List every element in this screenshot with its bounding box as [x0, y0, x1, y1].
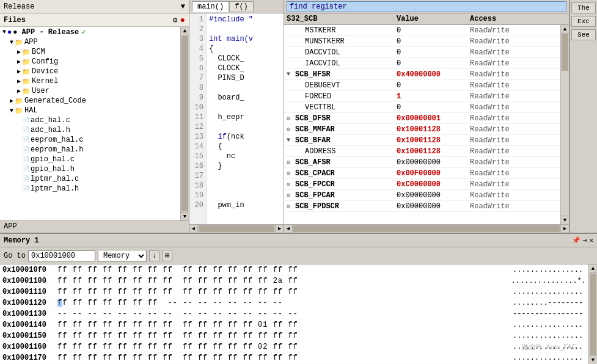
pin-icon[interactable]: 📌: [572, 236, 581, 244]
reg-row-daccviol[interactable]: DACCVIOL 0 ReadWrite: [284, 47, 560, 58]
release-header[interactable]: Release ▼: [0, 0, 189, 13]
reg-row-scb-fpccr[interactable]: ⊕ SCB_FPCCR 0xC0000000 ReadWrite: [284, 179, 560, 190]
expand-icon[interactable]: ⊕: [287, 159, 295, 166]
reg-access: ReadWrite: [470, 103, 558, 112]
tree-item-config[interactable]: ▶ 📁 Config: [0, 57, 180, 67]
reg-name: MSTKERR: [295, 26, 397, 35]
tree-item-gpio-c[interactable]: ▶ 📄 gpio_hal.c: [0, 155, 180, 164]
expand-icon[interactable]: ⊕: [287, 192, 295, 199]
mem-address: 0x10001140: [2, 321, 57, 329]
line-num: 13: [192, 132, 203, 142]
file-tree-scrollbar[interactable]: ▲ ▼: [180, 27, 189, 220]
reg-hscrollbar-left[interactable]: ◄: [284, 225, 293, 233]
tree-item-hal[interactable]: ▼ 📁 HAL: [0, 106, 180, 115]
scrollbar-thumb[interactable]: [181, 36, 188, 211]
expand-icon[interactable]: ⊕: [287, 181, 295, 188]
reg-row-scb-mmfar[interactable]: ⊕ SCB_MMFAR 0x10001128 ReadWrite: [284, 124, 560, 135]
move-icon[interactable]: ⇥: [583, 236, 587, 244]
reg-row-forced[interactable]: FORCED 1 ReadWrite: [284, 91, 560, 102]
tree-item-gpio-h[interactable]: ▶ 📄 gpio_hal.h: [0, 164, 180, 174]
expand-icon[interactable]: ⊕: [287, 115, 295, 122]
reg-row-vecttbl[interactable]: VECTTBL 0 ReadWrite: [284, 102, 560, 113]
tree-item-generated[interactable]: ▶ 📁 Generated_Code: [0, 96, 180, 106]
tree-item-app[interactable]: ▼ 📁 APP: [0, 37, 180, 47]
reg-row-debugevt[interactable]: DEBUGEVT 0 ReadWrite: [284, 80, 560, 91]
reg-access: ReadWrite: [470, 59, 558, 68]
memory-type-select[interactable]: Memory: [98, 250, 147, 262]
folder-icon: 📁: [15, 97, 23, 105]
tree-item-lptmr-c[interactable]: ▶ 📄 lptmr_hal.c: [0, 174, 180, 184]
memory-row: 0x10001150 ff ff ff ff ff ff ff ff ff ff…: [0, 330, 588, 341]
reg-scrollbar-thumb[interactable]: [562, 34, 568, 71]
reg-row-scb-fpcar[interactable]: ⊕ SCB_FPCAR 0x00000000 ReadWrite: [284, 190, 560, 201]
reg-row-scb-fpdscr[interactable]: ⊕ SCB_FPDSCR 0x00000000 ReadWrite: [284, 201, 560, 212]
register-search-input[interactable]: [287, 1, 566, 12]
gear-icon[interactable]: ⚙: [173, 15, 178, 25]
scrollbar-up-btn[interactable]: ▲: [181, 27, 189, 35]
tree-item-label: User: [32, 87, 49, 95]
tree-item-user[interactable]: ▶ 📁 User: [0, 86, 180, 96]
reg-row-scb-dfsr[interactable]: ⊕ SCB_DFSR 0x00000001 ReadWrite: [284, 113, 560, 124]
reg-row-scb-cpacr[interactable]: ⊕ SCB_CPACR 0x00F00000 ReadWrite: [284, 168, 560, 179]
code-content[interactable]: #include " int main(v { CLOCK_ CLOCK_ PI…: [207, 13, 284, 224]
reg-hscrollbar-thumb[interactable]: [293, 225, 560, 232]
tree-root-item[interactable]: ▼ ● ● APP - Release ✓: [0, 27, 180, 37]
memory-scrollbar[interactable]: ▲ ▼: [588, 264, 597, 364]
tree-item-eeprom-h[interactable]: ▶ 📄 eeprom_hal.h: [0, 145, 180, 155]
tree-item-lptmr-h[interactable]: ▶ 📄 lptmr_hal.h: [0, 184, 180, 194]
mem-scrollbar-up[interactable]: ▲: [589, 264, 597, 273]
reg-hscrollbar[interactable]: ◄ ►: [284, 224, 569, 233]
expand-icon[interactable]: ▼: [287, 71, 295, 78]
reg-row-scb-hfsr[interactable]: ▼ SCB_HFSR 0x40000000 ReadWrite: [284, 69, 560, 80]
reg-name: SCB_FPCAR: [295, 191, 397, 200]
dropdown-arrow-icon[interactable]: ▼: [181, 2, 185, 11]
far-right-btn-the[interactable]: The: [571, 2, 596, 13]
mem-scrollbar-down[interactable]: ▼: [589, 355, 597, 364]
far-right-btn-see[interactable]: See: [571, 29, 596, 40]
scrollbar-left-btn[interactable]: ◄: [189, 225, 198, 233]
tree-item-eeprom-c[interactable]: ▶ 📄 eeprom_hal.c: [0, 135, 180, 145]
tree-item-adc-h[interactable]: ▶ 📄 adc_hal.h: [0, 125, 180, 135]
memory-down-btn[interactable]: ↓: [149, 250, 159, 261]
reg-scrollbar-down[interactable]: ▼: [561, 216, 569, 224]
reg-row-scb-bfar[interactable]: ▼ SCB_BFAR 0x10001128 ReadWrite: [284, 135, 560, 146]
tree-item-kernel[interactable]: ▶ 📁 Kernel: [0, 76, 180, 86]
expand-icon[interactable]: ⊕: [287, 170, 295, 177]
reg-row-scb-afsr[interactable]: ⊕ SCB_AFSR 0x00000000 ReadWrite: [284, 157, 560, 168]
expand-icon[interactable]: ⊕: [287, 126, 295, 133]
tab-f[interactable]: f(): [229, 1, 254, 12]
expand-icon[interactable]: ▼: [287, 137, 295, 144]
reg-hscrollbar-right[interactable]: ►: [560, 225, 569, 233]
code-line: [209, 191, 281, 200]
scrollbar-right-btn[interactable]: ►: [275, 225, 284, 233]
expand-icon[interactable]: ⊕: [287, 203, 295, 210]
tree-item-label: HAL: [24, 106, 38, 115]
expand-icon: ▶: [17, 68, 21, 75]
reg-row-mstkerr[interactable]: MSTKERR 0 ReadWrite: [284, 25, 560, 36]
code-line: PINS_D: [209, 73, 281, 83]
reg-scrollbar-up[interactable]: ▲: [561, 25, 569, 34]
line-num: 19: [192, 191, 203, 200]
tab-main[interactable]: main(): [192, 1, 229, 12]
tree-item-device[interactable]: ▶ 📁 Device: [0, 67, 180, 76]
reg-row-munstkerr[interactable]: MUNSTKERR 0 ReadWrite: [284, 36, 560, 47]
close-icon[interactable]: ✕: [589, 236, 593, 244]
memory-format-btn[interactable]: ⊞: [162, 250, 172, 261]
mem-scrollbar-thumb[interactable]: [590, 274, 596, 355]
reg-row-iaccviol[interactable]: IACCVIOL 0 ReadWrite: [284, 58, 560, 69]
scrollbar-down-btn[interactable]: ▼: [181, 212, 189, 220]
tree-item-adc-c[interactable]: ▶ 📄 adc_hal.c: [0, 115, 180, 125]
editor-hscrollbar[interactable]: ◄ ►: [189, 224, 284, 233]
reg-name: SCB_DFSR: [295, 114, 397, 123]
memory-address-input[interactable]: [28, 250, 95, 261]
reg-scrollbar[interactable]: ▲ ▼: [560, 25, 569, 224]
line-num: 18: [192, 181, 203, 191]
expand-icon: [287, 60, 295, 67]
tree-item-label: gpio_hal.h: [31, 165, 75, 173]
scrollbar-hthumb[interactable]: [199, 225, 274, 232]
reg-row-address[interactable]: ADDRESS 0x10001128 ReadWrite: [284, 146, 560, 157]
expand-icon: [287, 104, 295, 111]
far-right-btn-exc[interactable]: Exc: [571, 16, 596, 27]
tree-item-bcm[interactable]: ▶ 📁 BCM: [0, 47, 180, 57]
mem-address: 0x10001170: [2, 354, 57, 362]
